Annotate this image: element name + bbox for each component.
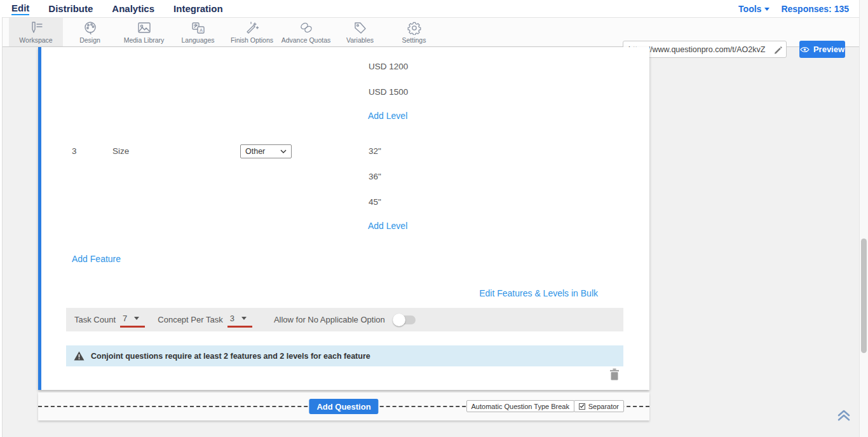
task-count-dropdown[interactable]: 7 <box>120 312 145 328</box>
toolbar-item-finish-options[interactable]: Finish Options <box>225 18 279 46</box>
nav-right: Tools Responses: 135 <box>738 0 849 17</box>
nav-tab-distribute[interactable]: Distribute <box>48 3 93 14</box>
toolbar-label: Advance Quotas <box>281 36 331 44</box>
tools-dropdown[interactable]: Tools <box>738 4 770 14</box>
check-icon <box>580 404 585 408</box>
translate-icon: A <box>191 21 206 35</box>
gear-icon <box>407 21 422 35</box>
add-feature-link[interactable]: Add Feature <box>72 254 121 264</box>
edit-url-button[interactable] <box>770 41 786 57</box>
auto-question-type-break-button[interactable]: Automatic Question Type Break <box>466 400 575 412</box>
toolbar: Workspace Design Media Library A Languag… <box>0 17 868 47</box>
toolbar-item-media-library[interactable]: Media Library <box>117 18 171 46</box>
add-question-button[interactable]: Add Question <box>309 399 378 414</box>
selected-question-indicator <box>38 47 41 390</box>
task-settings-bar: Task Count 7 Concept Per Task 3 Allow fo… <box>66 308 623 331</box>
toolbar-label: Media Library <box>124 36 165 44</box>
preview-label: Preview <box>813 45 844 54</box>
nav-tab-analytics[interactable]: Analytics <box>112 3 154 14</box>
workspace-icon <box>29 21 44 35</box>
tools-label: Tools <box>738 4 761 14</box>
svg-text:A: A <box>200 27 203 33</box>
chevron-down-icon <box>134 317 139 320</box>
feature-name[interactable]: Size <box>112 146 129 156</box>
auto-break-label: Automatic Question Type Break <box>471 403 570 410</box>
level-item[interactable]: USD 1500 <box>369 87 408 97</box>
level-item[interactable]: 32" <box>369 146 381 156</box>
page-scrollbar-thumb[interactable] <box>861 239 867 353</box>
separator-toggle-button[interactable]: Separator <box>574 400 624 412</box>
page-scrollbar-track <box>859 0 868 437</box>
question-footer: Add Question Automatic Question Type Bre… <box>38 392 649 420</box>
chevron-down-icon <box>764 8 770 11</box>
toolbar-label: Settings <box>402 36 426 44</box>
feature-index: 3 <box>72 146 77 156</box>
nav-tab-integration[interactable]: Integration <box>173 3 223 14</box>
chain-icon <box>299 21 314 35</box>
toolbar-item-workspace[interactable]: Workspace <box>9 18 63 46</box>
wand-icon <box>245 21 260 35</box>
toolbar-item-design[interactable]: Design <box>63 18 117 46</box>
toolbar-item-settings[interactable]: Settings <box>387 18 441 46</box>
select-value: Other <box>245 147 280 156</box>
task-count-value: 7 <box>123 314 127 323</box>
palette-icon <box>83 21 98 35</box>
toolbar-label: Workspace <box>19 36 52 44</box>
separator-checkbox[interactable] <box>579 403 585 410</box>
concept-per-task-value: 3 <box>230 314 234 323</box>
toolbar-item-advance-quotas[interactable]: Advance Quotas <box>279 18 333 46</box>
toolbar-label: Design <box>79 36 100 44</box>
chevron-down-icon <box>280 149 287 153</box>
level-item[interactable]: USD 1200 <box>369 62 408 72</box>
preview-button[interactable]: Preview <box>799 41 845 58</box>
delete-question-icon[interactable] <box>609 368 620 380</box>
add-level-link[interactable]: Add Level <box>368 221 407 231</box>
concept-per-task-label: Concept Per Task <box>158 315 222 324</box>
feature-type-select[interactable]: Other <box>240 144 292 158</box>
level-item[interactable]: 36" <box>369 172 381 182</box>
tag-icon <box>353 21 368 35</box>
level-item[interactable]: 45" <box>369 197 381 207</box>
scroll-to-top-button[interactable] <box>836 409 851 422</box>
toolbar-item-variables[interactable]: Variables <box>333 18 387 46</box>
top-nav: Edit Distribute Analytics Integration To… <box>0 0 868 17</box>
pencil-icon <box>773 45 782 54</box>
no-applicable-label: Allow for No Applicable Option <box>274 315 385 324</box>
nav-tab-edit[interactable]: Edit <box>11 3 29 15</box>
no-applicable-toggle[interactable] <box>394 316 416 324</box>
responses-link[interactable]: Responses: 135 <box>781 4 849 14</box>
image-icon <box>137 21 152 35</box>
task-count-label: Task Count <box>74 315 116 324</box>
concept-per-task-dropdown[interactable]: 3 <box>227 312 252 328</box>
toolbar-label: Finish Options <box>231 36 273 44</box>
toolbar-label: Variables <box>346 36 374 44</box>
warning-banner: Conjoint questions require at least 2 fe… <box>66 345 623 366</box>
toggle-knob <box>393 314 405 326</box>
chevron-down-icon <box>241 317 247 320</box>
bulk-edit-link[interactable]: Edit Features & Levels in Bulk <box>479 288 598 298</box>
nav-tabs: Edit Distribute Analytics Integration <box>11 0 223 17</box>
warning-icon <box>74 351 85 361</box>
conjoint-question-card: USD 1200 USD 1500 Add Level 3 Size Other… <box>38 47 649 390</box>
eye-icon <box>800 46 810 53</box>
toolbar-item-languages[interactable]: A Languages <box>171 18 225 46</box>
left-edge-panel <box>0 17 3 437</box>
add-level-link[interactable]: Add Level <box>368 111 407 121</box>
separator-label: Separator <box>588 403 619 410</box>
warning-text: Conjoint questions require at least 2 fe… <box>91 352 370 361</box>
toolbar-label: Languages <box>182 36 215 44</box>
